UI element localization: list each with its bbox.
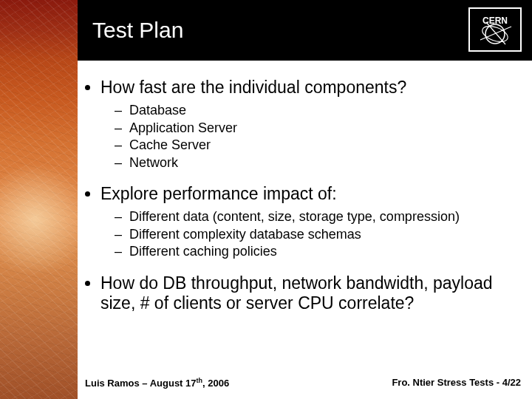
footer-date-ordinal: th [197, 377, 203, 384]
footer-date-pre: August 17 [150, 378, 197, 389]
dash-icon: – [115, 102, 122, 119]
footer-author: Luis Ramos [85, 378, 140, 389]
sub-item: –Application Server [115, 120, 521, 137]
sub-item: –Cache Server [115, 137, 521, 154]
sub-item: –Different caching policies [115, 243, 521, 260]
footer-date-post: , 2006 [202, 378, 229, 389]
cern-logo: CERN [468, 7, 522, 52]
bullet-dot-icon [85, 85, 90, 90]
sub-item: –Different data (content, size, storage … [115, 208, 521, 225]
dash-icon: – [115, 243, 122, 260]
sub-item: –Database [115, 102, 521, 119]
sub-list: –Different data (content, size, storage … [115, 208, 521, 260]
footer-page-number: 4/22 [502, 377, 521, 388]
sidebar-decorative-image [0, 0, 78, 399]
dash-icon: – [115, 137, 122, 154]
bullet-dot-icon [85, 281, 90, 286]
bullet-text: How fast are the individual components? [100, 78, 406, 98]
sub-text: Different complexity database schemas [129, 226, 361, 243]
dash-icon: – [115, 208, 122, 225]
bullet-text: How do DB throughput, network bandwidth,… [100, 273, 521, 313]
sub-text: Different caching policies [129, 243, 277, 260]
slide-body: How fast are the individual components? … [85, 70, 521, 366]
footer-left: Luis Ramos – August 17th, 2006 [85, 377, 229, 389]
sub-text: Network [129, 154, 178, 171]
slide-title: Test Plan [92, 18, 183, 43]
sub-list: –Database –Application Server –Cache Ser… [115, 102, 521, 171]
sub-item: –Network [115, 154, 521, 171]
dash-icon: – [115, 154, 122, 171]
dash-icon: – [115, 120, 122, 137]
footer-right-label: Fro. Ntier Stress Tests - [392, 377, 502, 388]
sub-text: Cache Server [129, 137, 211, 154]
sub-text: Database [129, 102, 186, 119]
title-bar: Test Plan CERN [78, 0, 532, 61]
bullet-text: Explore performance impact of: [100, 184, 337, 204]
slide-footer: Luis Ramos – August 17th, 2006 Fro. Ntie… [85, 377, 521, 389]
sub-text: Different data (content, size, storage t… [129, 208, 460, 225]
bullet-item: How fast are the individual components? [85, 78, 521, 98]
footer-sep: – [140, 378, 150, 389]
bullet-item: How do DB throughput, network bandwidth,… [85, 273, 521, 313]
bullet-dot-icon [85, 191, 90, 197]
sub-item: –Different complexity database schemas [115, 226, 521, 243]
footer-right: Fro. Ntier Stress Tests - 4/22 [392, 377, 521, 389]
dash-icon: – [115, 226, 122, 243]
bullet-item: Explore performance impact of: [85, 184, 521, 204]
sub-text: Application Server [129, 120, 237, 137]
